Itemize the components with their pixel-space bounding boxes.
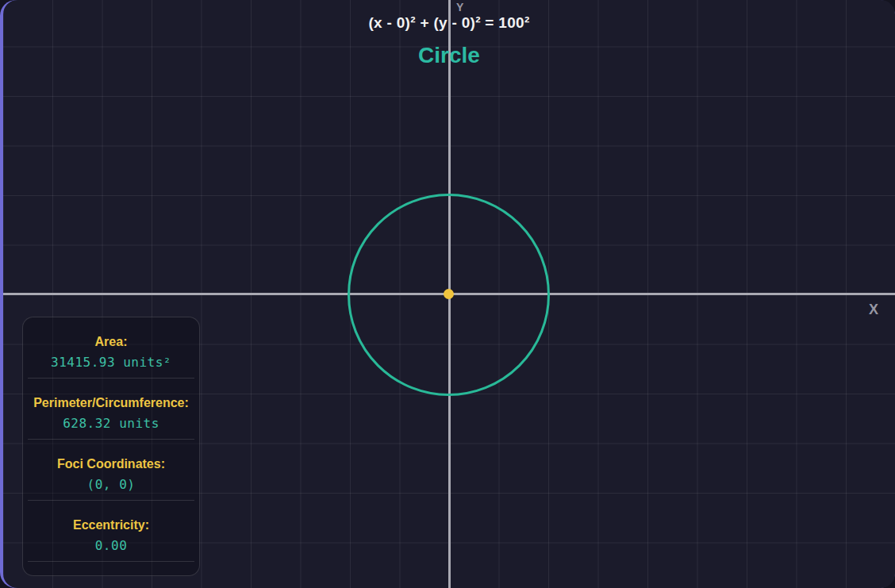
page-title: Circle	[3, 43, 895, 68]
area-label: Area:	[23, 334, 199, 350]
app-window: X Y (x - 0)² + (y - 0)² = 100² Circle Ar…	[0, 0, 895, 588]
area-value: 31415.93 units²	[23, 355, 199, 371]
info-section-area: Area: 31415.93 units²	[23, 317, 199, 379]
graph-canvas[interactable]: X Y (x - 0)² + (y - 0)² = 100² Circle Ar…	[3, 0, 895, 588]
eccentricity-label: Eccentricity:	[23, 517, 199, 533]
divider	[28, 561, 194, 562]
equation-text: (x - 0)² + (y - 0)² = 100²	[3, 14, 895, 32]
y-axis-label: Y	[456, 1, 463, 13]
perimeter-value: 628.32 units	[23, 416, 199, 432]
foci-label: Foci Coordinates:	[23, 456, 199, 472]
properties-panel: Area: 31415.93 units² Perimeter/Circumfe…	[22, 317, 200, 576]
circle-center-point[interactable]	[444, 289, 454, 299]
perimeter-label: Perimeter/Circumference:	[23, 395, 199, 411]
x-axis-label: X	[869, 302, 878, 318]
info-section-eccentricity: Eccentricity: 0.00	[23, 501, 199, 562]
info-section-foci: Foci Coordinates: (0, 0)	[23, 440, 199, 501]
info-section-perimeter: Perimeter/Circumference: 628.32 units	[23, 379, 199, 440]
eccentricity-value: 0.00	[23, 538, 199, 554]
foci-value: (0, 0)	[23, 477, 199, 493]
